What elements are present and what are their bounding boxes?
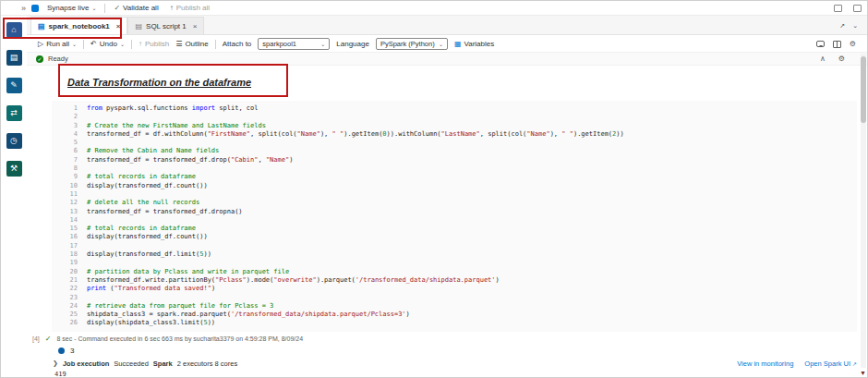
data-icon[interactable]: ▤ bbox=[6, 50, 22, 66]
manage-icon[interactable]: ⚒ bbox=[6, 161, 22, 177]
code-line: 2 bbox=[52, 113, 857, 121]
variables-icon: ▦ bbox=[454, 40, 462, 48]
open-spark-ui-link[interactable]: Open Spark UI ↗ bbox=[804, 360, 857, 368]
notebook-toolbar: ▷ Run all ⌄ ↶ Undo ⌄ ↑ Publish ☰ Outline… bbox=[27, 36, 867, 53]
tabbar-actions: ↗ ⌄ bbox=[839, 22, 867, 34]
expand-pane-icon[interactable]: ↗ bbox=[839, 22, 845, 30]
session-status-label: Ready bbox=[48, 55, 68, 63]
toolbar-right-actions: ⚙ bbox=[816, 40, 867, 48]
synapse-logo-icon bbox=[31, 5, 39, 12]
output-line: 419 bbox=[54, 371, 860, 377]
monitor-icon[interactable]: ◷ bbox=[6, 133, 22, 149]
divider bbox=[215, 40, 216, 49]
undo-icon: ↶ bbox=[90, 40, 97, 48]
code-line: 8 bbox=[52, 165, 857, 173]
validate-icon: ✓ bbox=[114, 4, 120, 12]
hub-sidebar: ⌂▤✎⇄◷⚒ bbox=[1, 16, 27, 377]
view-in-monitoring-link[interactable]: View in monitoring bbox=[737, 360, 793, 368]
code-line: 5 bbox=[52, 139, 857, 147]
chevron-down-icon: ⌄ bbox=[120, 41, 125, 47]
code-line: 17 bbox=[52, 242, 857, 250]
code-line: 24# retrieve data from parquet file for … bbox=[52, 302, 857, 311]
settings-gear-icon[interactable]: ⚙ bbox=[850, 40, 856, 48]
expand-menu-icon[interactable]: » bbox=[21, 4, 26, 13]
tab-sql-script1[interactable]: ▤ SQL script 1 × bbox=[127, 17, 204, 34]
markdown-cell-title[interactable]: Data Transformation on the dataframe bbox=[67, 77, 251, 88]
close-tab-icon[interactable]: × bbox=[116, 22, 121, 30]
code-line: 15# total records in dataframe bbox=[52, 225, 857, 233]
publish-button[interactable]: ↑ Publish bbox=[139, 40, 169, 48]
language-select[interactable]: PySpark (Python) ⌄ bbox=[376, 38, 448, 50]
job-execution-label: Job execution bbox=[63, 360, 109, 368]
divider bbox=[104, 4, 105, 13]
code-line: 25shipdata_class3 = spark.read.parquet('… bbox=[52, 311, 857, 319]
document-tabbar: ▤ spark_notebook1 × ▤ SQL script 1 × ↗ ⌄ bbox=[27, 16, 867, 35]
comments-icon[interactable] bbox=[816, 41, 825, 47]
code-line: 13transformed_df = transformed_df.dropna… bbox=[52, 208, 857, 216]
notebook-icon: ▤ bbox=[38, 22, 45, 30]
job-execution-row: ❯ Job execution Succeeded Spark 2 execut… bbox=[53, 360, 857, 368]
top-app-bar: » Synapse live ⌄ ✓ Validate all ↑ Publis… bbox=[1, 1, 867, 16]
sql-script-icon: ▤ bbox=[135, 22, 142, 30]
publish-all-button[interactable]: ↑ Publish all bbox=[167, 4, 212, 12]
code-line: 4transformed_df = df.withColumn("FirstNa… bbox=[52, 130, 857, 139]
code-line: 12# delete all the null records bbox=[52, 199, 857, 207]
outline-button[interactable]: ☰ Outline bbox=[175, 40, 209, 48]
chevron-down-icon: ⌄ bbox=[91, 5, 96, 11]
run-all-button[interactable]: ▷ Run all ⌄ bbox=[38, 40, 77, 48]
cell-output-row: 3 bbox=[58, 347, 860, 355]
develop-icon[interactable]: ✎ bbox=[6, 78, 22, 93]
vertical-scrollbar[interactable] bbox=[861, 54, 866, 368]
tab-label: spark_notebook1 bbox=[49, 22, 110, 30]
integrate-icon[interactable]: ⇄ bbox=[6, 105, 22, 121]
session-status-bar: ✓ Ready ∧ ⚙ bbox=[27, 53, 867, 66]
code-cell-editor[interactable]: 1from pyspark.sql.functions import split… bbox=[52, 101, 857, 332]
code-line: 1from pyspark.sql.functions import split… bbox=[52, 104, 857, 113]
outline-icon: ☰ bbox=[175, 40, 182, 48]
scrollbar-down-arrow-icon[interactable]: ▼ bbox=[859, 369, 867, 377]
divider bbox=[131, 40, 132, 49]
validate-all-button[interactable]: ✓ Validate all bbox=[111, 4, 161, 12]
variables-button[interactable]: ▦ Variables bbox=[454, 40, 494, 48]
code-line: 6# Remove the Cabin and Name fields bbox=[52, 147, 857, 155]
layout-panel-icon[interactable] bbox=[833, 41, 841, 48]
cell-index: [4] bbox=[32, 335, 40, 342]
chevron-down-icon[interactable]: ⌄ bbox=[852, 22, 858, 30]
execution-summary: 8 sec - Command executed in 6 sec 663 ms… bbox=[57, 335, 304, 342]
configure-session-icon[interactable]: ⚙ bbox=[838, 55, 845, 63]
job-status: Succeeded bbox=[114, 360, 149, 368]
success-check-icon: ✓ bbox=[45, 335, 52, 343]
chevron-down-icon: ⌄ bbox=[439, 41, 443, 47]
undo-button[interactable]: ↶ Undo ⌄ bbox=[90, 40, 125, 48]
code-line: 22print ("Transformed data saved!") bbox=[52, 285, 857, 293]
close-tab-icon[interactable]: × bbox=[193, 22, 198, 30]
external-link-icon: ↗ bbox=[852, 360, 857, 367]
code-line: 21transformed_df.write.partitionBy("Pcla… bbox=[52, 276, 857, 285]
expand-job-chevron-icon[interactable]: ❯ bbox=[53, 360, 58, 367]
code-line: 10display(transformed_df.count()) bbox=[52, 182, 857, 190]
attach-to-select[interactable]: sparkpool1 ⌄ bbox=[258, 38, 330, 50]
chevron-down-icon: ⌄ bbox=[320, 41, 325, 47]
status-bar-actions: ∧ ⚙ bbox=[820, 55, 858, 63]
spark-label: Spark bbox=[153, 360, 173, 368]
scrollbar-thumb[interactable] bbox=[861, 56, 866, 123]
ready-status-icon: ✓ bbox=[36, 55, 43, 63]
code-line: 20# partition data by Pclass and write i… bbox=[52, 268, 857, 276]
chevron-down-icon: ⌄ bbox=[72, 41, 77, 47]
notifications-icon[interactable] bbox=[834, 5, 842, 12]
code-line: 9# total records in dataframe bbox=[52, 173, 857, 181]
code-line: 3# Create the new FirstName and LastName… bbox=[52, 122, 857, 130]
publish-icon: ↑ bbox=[170, 4, 174, 12]
home-icon[interactable]: ⌂ bbox=[6, 22, 22, 38]
profile-icon[interactable] bbox=[853, 5, 862, 12]
synapse-studio-window: » Synapse live ⌄ ✓ Validate all ↑ Publis… bbox=[0, 0, 868, 378]
synapse-live-label: Synapse live bbox=[47, 4, 89, 12]
synapse-live-dropdown[interactable]: Synapse live ⌄ bbox=[44, 4, 99, 12]
publish-icon: ↑ bbox=[139, 40, 142, 48]
code-line: 19 bbox=[52, 259, 857, 267]
code-line: 18display(transformed_df.limit(5)) bbox=[52, 250, 857, 259]
run-icon: ▷ bbox=[38, 40, 43, 48]
tab-label: SQL script 1 bbox=[146, 22, 187, 30]
collapse-icon[interactable]: ∧ bbox=[820, 55, 826, 63]
tab-spark-notebook1[interactable]: ▤ spark_notebook1 × bbox=[30, 17, 127, 34]
